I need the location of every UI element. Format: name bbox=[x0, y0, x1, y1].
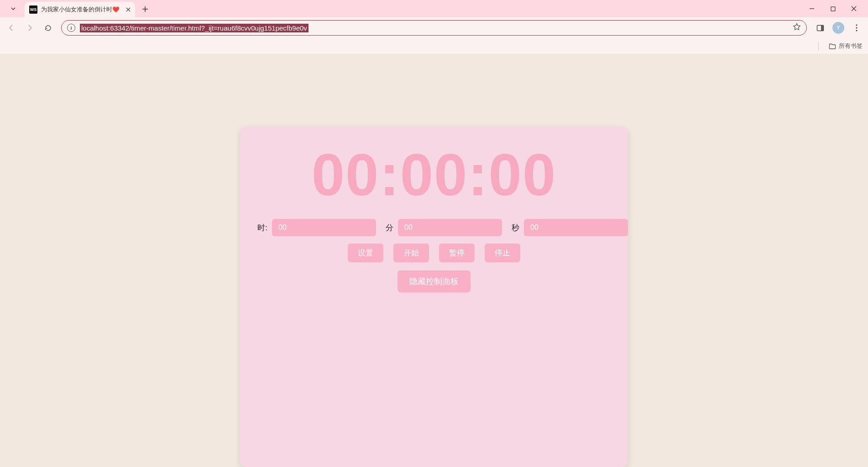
all-bookmarks-label: 所有书签 bbox=[839, 42, 863, 50]
minute-label: 分 bbox=[381, 223, 393, 233]
panel-icon bbox=[816, 24, 824, 32]
arrow-left-icon bbox=[7, 24, 16, 32]
site-info-icon[interactable]: i bbox=[67, 24, 75, 32]
close-icon bbox=[126, 7, 131, 12]
svg-rect-2 bbox=[821, 25, 824, 31]
bookmarks-bar: 所有书签 bbox=[0, 38, 868, 54]
tab-close-button[interactable] bbox=[126, 6, 131, 13]
bookmark-star-button[interactable] bbox=[793, 23, 801, 33]
window-close-button[interactable] bbox=[843, 2, 864, 16]
kebab-icon bbox=[856, 24, 858, 31]
browser-menu-button[interactable] bbox=[849, 20, 864, 36]
hour-label: 时: bbox=[255, 223, 267, 233]
timer-buttons-row: 设置 开始 暂停 停止 bbox=[348, 244, 520, 262]
window-minimize-button[interactable] bbox=[801, 2, 822, 16]
window-maximize-button[interactable] bbox=[822, 2, 843, 16]
reload-icon bbox=[44, 24, 52, 32]
window-controls bbox=[801, 2, 864, 16]
nav-reload-button[interactable] bbox=[40, 20, 56, 36]
plus-icon bbox=[142, 6, 148, 12]
minimize-icon bbox=[809, 6, 815, 11]
new-tab-button[interactable] bbox=[139, 3, 152, 16]
set-button[interactable]: 设置 bbox=[348, 244, 383, 262]
tab-strip: WS 为我家小仙女准备的倒计时❤️ bbox=[0, 0, 868, 17]
folder-icon bbox=[829, 43, 836, 49]
chevron-down-icon bbox=[10, 6, 16, 11]
maximize-icon bbox=[831, 6, 836, 11]
url-text: localhost:63342/timer-master/timer.html?… bbox=[80, 24, 309, 32]
svg-point-5 bbox=[856, 30, 857, 31]
star-icon bbox=[793, 23, 801, 31]
start-button[interactable]: 开始 bbox=[393, 244, 429, 262]
side-panel-button[interactable] bbox=[812, 20, 828, 36]
pause-button[interactable]: 暂停 bbox=[439, 244, 475, 262]
stop-button[interactable]: 停止 bbox=[485, 244, 520, 262]
timer-display: 00:00:00 bbox=[312, 145, 556, 204]
svg-point-3 bbox=[856, 24, 857, 26]
arrow-right-icon bbox=[26, 24, 34, 32]
page-content: 00:00:00 时: 分 秒 设置 开始 暂停 停止 隐藏控制面板 bbox=[0, 54, 868, 467]
tab-title: 为我家小仙女准备的倒计时❤️ bbox=[41, 6, 120, 14]
browser-chrome: WS 为我家小仙女准备的倒计时❤️ bbox=[0, 0, 868, 54]
tabs-dropdown-button[interactable] bbox=[7, 3, 19, 15]
tab-favicon: WS bbox=[29, 5, 37, 14]
browser-tab-active[interactable]: WS 为我家小仙女准备的倒计时❤️ bbox=[25, 2, 135, 17]
avatar-letter: Y bbox=[832, 22, 844, 34]
close-icon bbox=[851, 6, 857, 11]
hide-panel-button[interactable]: 隐藏控制面板 bbox=[397, 270, 471, 292]
profile-avatar[interactable]: Y bbox=[831, 20, 846, 36]
svg-point-4 bbox=[856, 27, 857, 28]
browser-toolbar: i localhost:63342/timer-master/timer.htm… bbox=[0, 17, 868, 38]
svg-rect-0 bbox=[831, 7, 835, 11]
omnibox[interactable]: i localhost:63342/timer-master/timer.htm… bbox=[61, 20, 807, 36]
timer-card: 00:00:00 时: 分 秒 设置 开始 暂停 停止 隐藏控制面板 bbox=[240, 127, 628, 467]
second-input[interactable] bbox=[524, 219, 628, 236]
nav-forward-button[interactable] bbox=[22, 20, 37, 36]
minute-input[interactable] bbox=[398, 219, 502, 236]
hour-input[interactable] bbox=[272, 219, 376, 236]
second-label: 秒 bbox=[507, 223, 519, 233]
nav-back-button[interactable] bbox=[4, 20, 19, 36]
timer-inputs-row: 时: 分 秒 bbox=[253, 219, 615, 236]
bookmarks-separator bbox=[818, 42, 819, 50]
all-bookmarks-button[interactable]: 所有书签 bbox=[829, 42, 863, 50]
